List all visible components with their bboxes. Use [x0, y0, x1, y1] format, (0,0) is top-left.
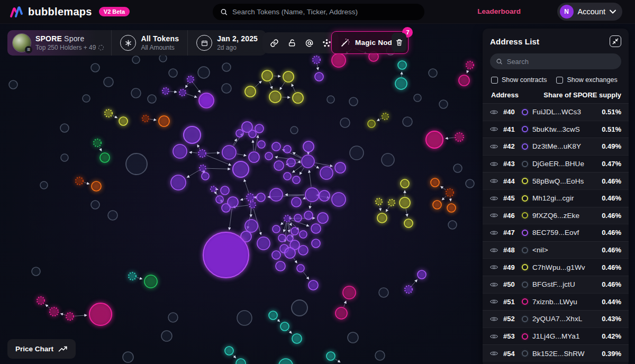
address-search-bar[interactable]: [490, 53, 621, 69]
holder-bubble[interactable]: [320, 167, 333, 179]
eye-icon[interactable]: [490, 350, 498, 357]
holder-bubble[interactable]: [294, 214, 302, 222]
holder-bubble[interactable]: [298, 245, 308, 255]
holder-bubble[interactable]: [279, 359, 293, 364]
holder-bubble[interactable]: [312, 239, 320, 248]
holder-bubble[interactable]: [50, 307, 58, 316]
address-row[interactable]: #53J1Lj4G...MYa10.42%: [483, 327, 629, 345]
holder-bubble[interactable]: [433, 201, 441, 209]
holder-bubble[interactable]: [284, 145, 291, 153]
holder-bubble[interactable]: [255, 124, 264, 133]
holder-bubble[interactable]: [273, 225, 280, 233]
holder-bubble[interactable]: [100, 153, 110, 162]
holder-bubble[interactable]: [293, 176, 300, 184]
holder-bubble[interactable]: [459, 75, 469, 86]
eye-icon[interactable]: [490, 316, 498, 322]
address-row[interactable]: #4458pBwQ...EoHs0.46%: [483, 172, 629, 189]
eye-icon[interactable]: [490, 264, 498, 270]
holder-bubble[interactable]: [199, 93, 214, 108]
holder-bubble[interactable]: [179, 89, 186, 96]
holder-bubble[interactable]: [221, 186, 229, 195]
background-bubble[interactable]: [159, 54, 167, 62]
toggle-visibility-button[interactable]: [490, 212, 498, 219]
date-chip[interactable]: Jan 2, 2025 2d ago: [187, 30, 266, 56]
background-bubble[interactable]: [131, 88, 141, 98]
holder-bubble[interactable]: [311, 224, 321, 233]
background-bubble[interactable]: [198, 67, 210, 78]
background-bubble[interactable]: [91, 63, 99, 72]
holder-bubble[interactable]: [401, 179, 409, 188]
toggle-visibility-button[interactable]: [490, 333, 498, 340]
address-row[interactable]: #42Dz3tMe...uK8Y0.49%: [483, 138, 629, 155]
holder-bubble[interactable]: [395, 78, 407, 89]
background-bubble[interactable]: [340, 118, 350, 128]
holder-bubble[interactable]: [236, 359, 246, 364]
holder-bubble[interactable]: [318, 213, 328, 223]
background-bubble[interactable]: [108, 211, 117, 220]
holder-bubble[interactable]: [376, 198, 382, 205]
clear-button[interactable]: [392, 33, 406, 52]
bubblemaps-logo[interactable]: bubblemaps V2 Beta: [10, 5, 130, 18]
address-row[interactable]: #54Bk152E...ShRW0.39%: [483, 344, 629, 362]
address-row[interactable]: #48<nil>0.46%: [483, 241, 629, 259]
background-bubble[interactable]: [348, 332, 358, 343]
address-row[interactable]: #43DjGeER...BHUe0.47%: [483, 155, 629, 172]
holder-bubble[interactable]: [216, 196, 223, 203]
background-bubble[interactable]: [375, 351, 385, 360]
holder-bubble[interactable]: [326, 352, 335, 360]
holder-bubble[interactable]: [202, 172, 209, 180]
background-bubble[interactable]: [222, 63, 231, 71]
eye-icon[interactable]: [490, 161, 498, 167]
holder-bubble[interactable]: [292, 197, 301, 207]
background-bubble[interactable]: [453, 164, 462, 172]
leaderboard-link[interactable]: Leaderboard: [477, 7, 521, 15]
address-search-input[interactable]: [507, 58, 615, 66]
address-row[interactable]: #49C7hWpu...g1Wv0.46%: [483, 258, 629, 276]
background-bubble[interactable]: [148, 95, 156, 103]
holder-bubble[interactable]: [388, 199, 395, 206]
holder-bubble[interactable]: [404, 219, 413, 228]
address-row[interactable]: #522yQUA7...XhxL0.43%: [483, 310, 629, 327]
holder-bubble[interactable]: [335, 162, 346, 173]
background-bubble[interactable]: [91, 201, 99, 209]
holder-bubble[interactable]: [142, 115, 149, 122]
holder-bubble[interactable]: [245, 86, 256, 97]
holder-bubble[interactable]: [398, 61, 406, 69]
toggle-visibility-button[interactable]: [490, 109, 498, 115]
holder-bubble[interactable]: [211, 186, 216, 192]
background-bubble[interactable]: [382, 153, 394, 166]
holder-bubble[interactable]: [284, 172, 291, 180]
holder-bubble[interactable]: [187, 76, 194, 83]
holder-bubble[interactable]: [278, 234, 286, 242]
holder-bubble[interactable]: [455, 133, 464, 141]
holder-bubble[interactable]: [171, 175, 186, 190]
address-row[interactable]: #469fXZQ6...zEke0.46%: [483, 207, 629, 224]
address-row[interactable]: #40FuiJDL...WCs30.51%: [483, 103, 629, 121]
address-row[interactable]: #50BFGstF...jctU0.46%: [483, 276, 629, 293]
holder-bubble[interactable]: [287, 235, 293, 241]
eye-icon[interactable]: [490, 247, 498, 253]
background-bubble[interactable]: [169, 69, 177, 77]
token-search-input[interactable]: [232, 8, 417, 16]
holder-bubble[interactable]: [203, 232, 249, 278]
holder-bubble[interactable]: [287, 158, 295, 167]
toggle-visibility-button[interactable]: [490, 178, 498, 184]
background-bubble[interactable]: [448, 221, 457, 229]
holder-bubble[interactable]: [297, 265, 304, 272]
holder-bubble[interactable]: [269, 311, 277, 320]
toggle-visibility-button[interactable]: [490, 126, 498, 132]
holder-bubble[interactable]: [315, 72, 323, 81]
background-bubble[interactable]: [237, 311, 252, 325]
background-bubble[interactable]: [40, 181, 48, 189]
background-bubble[interactable]: [222, 84, 231, 93]
holder-bubble[interactable]: [272, 142, 280, 151]
holder-bubble[interactable]: [257, 193, 265, 202]
holder-bubbles[interactable]: [9, 47, 474, 364]
holder-bubble[interactable]: [66, 313, 74, 320]
toggle-visibility-button[interactable]: [490, 298, 498, 305]
holder-bubble[interactable]: [303, 141, 314, 152]
holder-bubble[interactable]: [245, 220, 258, 232]
token-filter-chip[interactable]: All Tokens All Amounts: [111, 30, 187, 56]
show-exchanges-checkbox[interactable]: Show exchanges: [556, 76, 617, 84]
toggle-visibility-button[interactable]: [490, 161, 498, 167]
